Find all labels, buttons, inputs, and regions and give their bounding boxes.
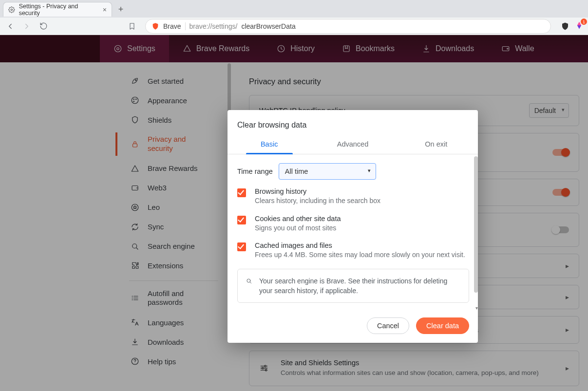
option-cache[interactable]: Cached images and filesFrees up 4.4 MB. … xyxy=(237,242,469,260)
tab-title: Settings - Privacy and security xyxy=(19,3,99,17)
back-button[interactable] xyxy=(4,20,17,33)
gear-icon xyxy=(8,6,15,13)
option-cookies[interactable]: Cookies and other site dataSigns you out… xyxy=(237,215,469,233)
checkbox-cookies[interactable] xyxy=(237,216,246,224)
cancel-button[interactable]: Cancel xyxy=(367,317,409,334)
forward-button[interactable] xyxy=(20,20,33,33)
search-icon xyxy=(246,276,252,286)
badge-count: 1 xyxy=(581,19,587,25)
tab-advanced[interactable]: Advanced xyxy=(311,135,394,154)
dialog-scrollbar[interactable]: ▾ xyxy=(474,154,478,312)
url-path: clearBrowserData xyxy=(241,22,295,30)
option-history[interactable]: Browsing historyClears history, includin… xyxy=(237,187,469,206)
tab-strip: Settings - Privacy and security × + xyxy=(0,0,588,18)
close-icon[interactable]: × xyxy=(103,6,107,14)
time-range-label: Time range xyxy=(237,168,273,175)
toolbar: Brave brave://settings/clearBrowserData … xyxy=(0,18,588,35)
shield-dark-icon[interactable] xyxy=(561,22,569,31)
separator xyxy=(185,22,186,30)
browser-tab[interactable]: Settings - Privacy and security × xyxy=(3,2,112,17)
checkbox-cache[interactable] xyxy=(237,242,246,251)
search-engine-note: Your search engine is Brave. See their i… xyxy=(237,269,469,303)
rewards-icon[interactable]: 1 xyxy=(574,20,584,32)
address-bar[interactable]: Brave brave://settings/clearBrowserData xyxy=(145,19,551,34)
bookmark-icon[interactable] xyxy=(126,20,138,33)
reload-button[interactable] xyxy=(37,20,50,33)
clear-data-button[interactable]: Clear data xyxy=(416,317,469,334)
dialog-title: Clear browsing data xyxy=(228,110,478,135)
tab-basic[interactable]: Basic xyxy=(228,135,311,154)
svg-point-0 xyxy=(11,9,12,10)
checkbox-history[interactable] xyxy=(237,188,246,197)
time-range-select[interactable]: All time xyxy=(279,163,376,180)
tab-onexit[interactable]: On exit xyxy=(395,135,478,154)
svg-point-20 xyxy=(247,279,250,282)
url-origin: brave://settings/ xyxy=(190,22,238,30)
new-tab-button[interactable]: + xyxy=(114,2,128,16)
dialog-tabs: Basic Advanced On exit xyxy=(228,135,478,154)
brand-label: Brave xyxy=(163,22,181,30)
brave-shield-icon xyxy=(152,22,159,30)
clear-data-dialog: Clear browsing data Basic Advanced On ex… xyxy=(228,110,478,343)
